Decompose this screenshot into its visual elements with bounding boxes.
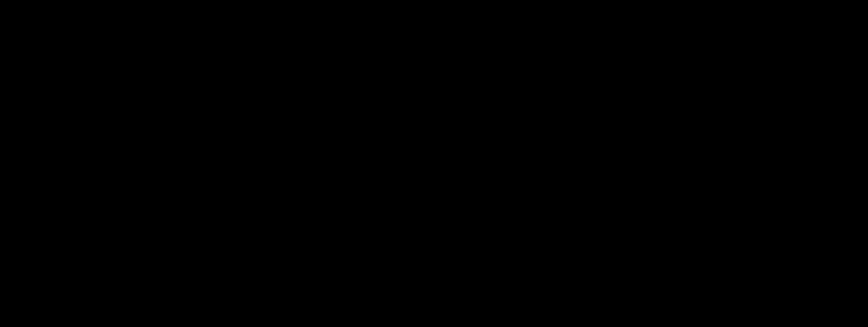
desktop (0, 0, 868, 327)
